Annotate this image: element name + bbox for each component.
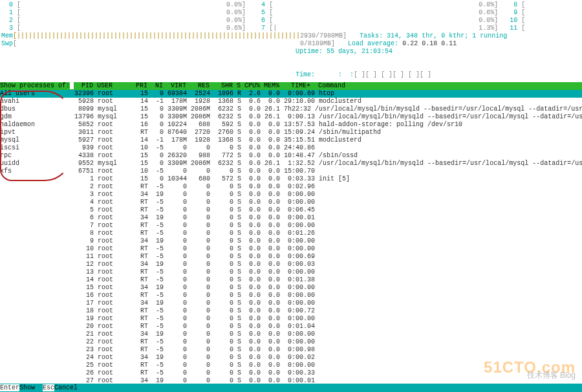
process-row[interactable]: 26 root RT -5 0 0 0 S 0.0 0.0 0:00.33 xyxy=(74,369,582,377)
load-label: Load average: xyxy=(348,40,402,47)
process-row[interactable]: 2 root RT -5 0 0 0 S 0.0 0.0 0:02.96 xyxy=(74,183,582,191)
esc-key-label: Esc xyxy=(43,384,54,391)
mem-val: 2930/7980MB] xyxy=(300,32,347,39)
mem-bar: [|||||||||||||||||||||||||||||||||||||||… xyxy=(13,32,300,39)
process-row[interactable]: 6751 root 10 -5 0 0 0 S 0.0 0.0 15:00.70 xyxy=(74,168,582,175)
cpu-meter-3: 3 [ 0.6%] xyxy=(1,25,253,32)
enter-key-label: Enter xyxy=(0,384,19,391)
process-row[interactable]: 1 root 15 0 10344 680 572 S 0.0 0.0 0:03… xyxy=(74,175,582,183)
process-row[interactable]: 9 root 34 19 0 0 0 S 0.0 0.0 0:00.00 xyxy=(74,237,582,245)
process-row[interactable]: 11 root RT -5 0 0 0 S 0.0 0.0 0:00.69 xyxy=(74,253,582,261)
cpu-meter-7: 7 [| 1.3%] xyxy=(253,25,506,32)
process-row[interactable]: 15 root 34 19 0 0 0 S 0.0 0.0 0:00.00 xyxy=(74,284,582,292)
process-row[interactable]: 10 root RT -5 0 0 0 S 0.0 0.0 0:00.00 xyxy=(74,245,582,253)
process-row[interactable]: 18 root RT -5 0 0 0 S 0.0 0.0 0:00.72 xyxy=(74,307,582,315)
cpu-meter-1: 1 [ 0.0%] xyxy=(1,9,253,17)
cpu-meter-0: 0 [ 0.0%] xyxy=(1,1,253,9)
user-filter-item[interactable]: haldaemon xyxy=(0,121,74,129)
user-filter-item[interactable]: rpc xyxy=(0,152,74,160)
process-row[interactable]: 21 root 34 19 0 0 0 S 0.0 0.0 0:00.00 xyxy=(74,331,582,338)
process-row[interactable]: 13796 mysql 15 0 3309M 2086M 6232 S 0.0 … xyxy=(74,113,582,121)
process-row[interactable]: 14 root RT -5 0 0 0 S 0.0 0.0 0:01.38 xyxy=(74,276,582,284)
process-row[interactable]: 9552 mysql 15 0 3309M 2086M 6232 S 0.0 2… xyxy=(74,160,582,168)
process-row[interactable]: 20 root RT -5 0 0 0 S 0.0 0.0 0:01.04 xyxy=(74,323,582,331)
process-row[interactable]: 24 root 34 19 0 0 0 S 0.0 0.0 0:00.02 xyxy=(74,354,582,362)
cancel-action[interactable]: Cancel xyxy=(54,384,81,391)
process-row[interactable]: 5852 root 16 0 10224 688 592 S 0.0 0.0 1… xyxy=(74,121,582,129)
filter-label: Show processes of: xyxy=(0,82,70,90)
process-row[interactable]: 12 root 34 19 0 0 0 S 0.0 0.0 0:00.03 xyxy=(74,261,582,268)
process-row[interactable]: 5928 root 14 -1 178M 1928 1368 S 0.6 0.0… xyxy=(74,98,582,105)
user-filter-all[interactable]: All users xyxy=(0,90,74,98)
process-row[interactable]: 7 root RT -5 0 0 0 S 0.0 0.0 0:00.00 xyxy=(74,222,582,230)
process-row[interactable]: 16 root RT -5 0 0 0 S 0.0 0.0 0:00.00 xyxy=(74,292,582,299)
process-row[interactable]: 5927 root 14 -1 178M 1928 1368 S 0.0 0.0… xyxy=(74,136,582,144)
time-boxes: [ ][ ] [ ][ ] [ ][ ] xyxy=(354,71,431,79)
process-row[interactable]: 3011 root RT 0 87640 2720 2760 S 0.0 0.0… xyxy=(74,129,582,136)
process-row-selected[interactable]: 32396 root 15 0 69384 2524 1096 R 2.6 0.… xyxy=(74,90,582,98)
process-row[interactable]: 939 root 10 -5 0 0 0 S 0.0 0.0 24:40.86 xyxy=(74,144,582,152)
process-row[interactable]: 23 root RT -5 0 0 0 S 0.0 0.0 0:00.98 xyxy=(74,346,582,354)
cpu-meter-8: 8 [ 0.0%] xyxy=(506,1,582,9)
uptime-label: Uptime: 55 days, 21:03:54 xyxy=(296,48,393,56)
column-header: Show processes of: PID USER PRI NI VIRT … xyxy=(0,82,582,90)
header-cols: PID USER PRI NI VIRT RES SHR S CPU% MEM%… xyxy=(74,82,345,89)
user-filter-item[interactable]: avahi xyxy=(0,98,74,105)
process-row[interactable]: 19 root RT -5 0 0 0 S 0.0 0.0 0:00.00 xyxy=(74,315,582,323)
process-row[interactable]: 8099 mysql 15 0 3309M 2086M 6232 S 0.0 2… xyxy=(74,105,582,113)
show-action[interactable]: Show xyxy=(19,384,43,391)
cpu-meter-6: 6 [ 0.0%] xyxy=(253,17,506,25)
user-filter-item[interactable]: uuidd xyxy=(0,160,74,168)
process-row[interactable]: 3 root 34 19 0 0 0 S 0.0 0.0 0:00.00 xyxy=(74,191,582,199)
process-row[interactable]: 4338 root 15 0 26320 988 772 S 0.0 0.0 1… xyxy=(74,152,582,160)
swp-label: Swp xyxy=(1,40,13,47)
swp-bar: [ xyxy=(13,40,300,47)
swp-val: 0/8189MB] xyxy=(300,40,335,47)
cpu-meter-5: 5 [ 0.6%] xyxy=(253,9,506,17)
cpu-meter-4: 4 [ 0.0%] xyxy=(253,1,506,9)
process-row[interactable]: 4 root RT -5 0 0 0 S 0.0 0.0 0:00.00 xyxy=(74,199,582,206)
process-row[interactable]: 25 root RT -5 0 0 0 S 0.0 0.0 0:00.00 xyxy=(74,362,582,369)
process-row[interactable]: 17 root 34 19 0 0 0 S 0.0 0.0 0:00.00 xyxy=(74,299,582,307)
user-filter-item[interactable]: gdm xyxy=(0,113,74,121)
cpu-meter-11: 11 [ 0.0%] xyxy=(506,25,582,32)
process-list[interactable]: All users32396 root 15 0 69384 2524 1096… xyxy=(0,90,582,392)
mem-label: Mem xyxy=(1,32,13,39)
process-row[interactable]: 6 root 34 19 0 0 0 S 0.0 0.0 0:00.01 xyxy=(74,214,582,222)
user-filter-item[interactable]: ipvt xyxy=(0,129,74,136)
process-row[interactable]: 13 root RT -5 0 0 0 S 0.0 0.0 0:00.00 xyxy=(74,268,582,276)
process-row[interactable]: 5 root RT -5 0 0 0 S 0.0 0.0 0:06.45 xyxy=(74,206,582,214)
time-label: Time: : : xyxy=(296,71,354,79)
tasks-label: Tasks: 314, 348 thr, 0 kthr; 1 running xyxy=(360,32,507,40)
cpu-meter-2: 2 [ 0.0%] xyxy=(1,17,253,25)
load-value: 0.22 0.18 0.11 xyxy=(402,40,457,47)
user-filter-item[interactable]: xfs xyxy=(0,168,74,175)
cpu-meters: 0 [ 0.0%] 4 [ 0.0%] 8 [ 0.0%] 12 [ xyxy=(0,0,582,80)
cpu-meter-10: 10 [ 0.0%] xyxy=(506,17,582,25)
user-filter-item[interactable]: iscsi xyxy=(0,144,74,152)
user-filter-item[interactable]: mysql xyxy=(0,136,74,144)
footer-bar: EnterShow EscCancel xyxy=(0,384,582,392)
process-row[interactable]: 8 root RT -5 0 0 0 S 0.0 0.0 0:01.26 xyxy=(74,230,582,237)
process-row[interactable]: 22 root RT -5 0 0 0 S 0.0 0.0 0:00.00 xyxy=(74,338,582,346)
cpu-meter-9: 9 [ 0.0%] xyxy=(506,9,582,17)
user-filter-item[interactable]: dbus xyxy=(0,105,74,113)
